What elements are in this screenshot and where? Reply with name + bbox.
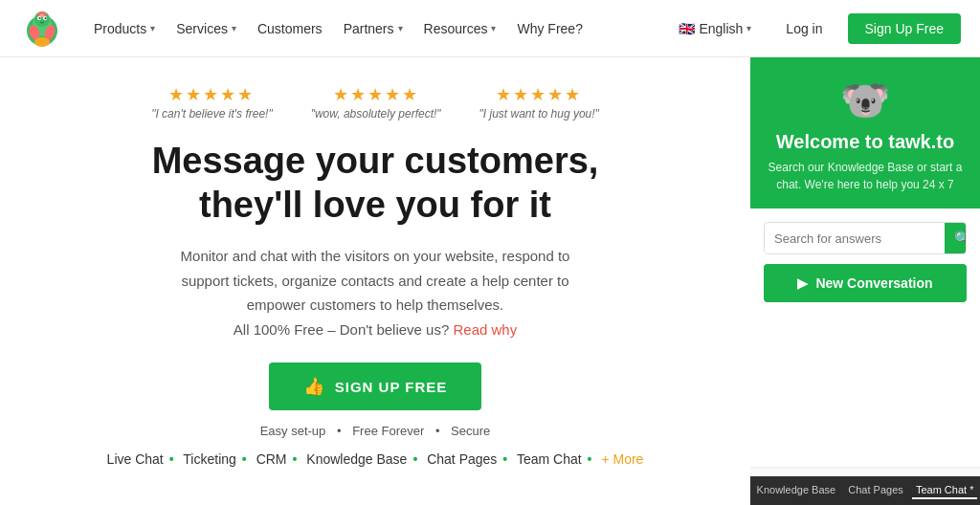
cta-button[interactable]: 👍 SIGN UP FREE xyxy=(269,362,482,410)
widget-subtitle: Search our Knowledge Base or start a cha… xyxy=(766,159,965,193)
nav-item-customers[interactable]: Customers xyxy=(248,13,332,44)
left-section: ★★★★★ "I can't believe it's free!" ★★★★★… xyxy=(0,57,750,505)
nav-item-services[interactable]: Services ▾ xyxy=(167,13,246,44)
widget-body: 🔍 ▶ New Conversation xyxy=(750,209,980,467)
widget-tabs: Knowledge Base Chat Pages Team Chat * xyxy=(750,476,980,505)
login-button[interactable]: Log in xyxy=(772,14,835,43)
tab-team-chat[interactable]: Team Chat * xyxy=(912,482,978,499)
search-input[interactable] xyxy=(765,224,945,253)
stars-3: ★★★★★ xyxy=(496,84,582,105)
more-features-link[interactable]: + More xyxy=(601,451,643,467)
chevron-down-icon: ▾ xyxy=(150,23,155,33)
tab-knowledge-base[interactable]: Knowledge Base xyxy=(753,482,840,499)
svg-point-6 xyxy=(45,17,47,19)
chat-widget: 🐨 Welcome to tawk.to Search our Knowledg… xyxy=(750,57,980,505)
svg-point-9 xyxy=(34,37,50,47)
nav-item-resources[interactable]: Resources ▾ xyxy=(414,13,506,44)
search-box: 🔍 xyxy=(764,222,967,254)
star-group-1: ★★★★★ "I can't believe it's free!" xyxy=(151,84,273,121)
read-why-link[interactable]: Read why xyxy=(453,321,517,338)
star-quote-1: "I can't believe it's free!" xyxy=(151,107,273,121)
svg-point-5 xyxy=(39,17,41,19)
star-quote-2: "wow, absolutely perfect!" xyxy=(311,107,441,121)
star-group-3: ★★★★★ "I just want to hug you!" xyxy=(479,84,599,121)
chevron-down-icon: ▾ xyxy=(746,23,751,33)
nav-links: Products ▾ Services ▾ Customers Partners… xyxy=(84,13,669,44)
thumbsup-icon: 👍 xyxy=(303,376,325,397)
widget-header: 🐨 Welcome to tawk.to Search our Knowledg… xyxy=(750,57,980,209)
feature-list: Live Chat• Ticketing• CRM• Knowledge Bas… xyxy=(107,451,644,467)
navbar: Products ▾ Services ▾ Customers Partners… xyxy=(0,0,980,57)
nav-item-partners[interactable]: Partners ▾ xyxy=(334,13,412,44)
new-conversation-button[interactable]: ▶ New Conversation xyxy=(764,264,967,302)
nav-item-whyfree[interactable]: Why Free? xyxy=(507,13,591,44)
nav-right: 🇬🇧 English ▾ Log in Sign Up Free xyxy=(669,13,961,44)
chevron-down-icon: ▾ xyxy=(491,23,496,33)
tab-chat-pages[interactable]: Chat Pages xyxy=(844,482,906,499)
nav-item-products[interactable]: Products ▾ xyxy=(84,13,165,44)
stars-2: ★★★★★ xyxy=(333,84,419,105)
chevron-down-icon: ▾ xyxy=(232,23,236,33)
star-group-2: ★★★★★ "wow, absolutely perfect!" xyxy=(311,84,441,121)
widget-mascot-icon: 🐨 xyxy=(766,77,965,123)
language-selector[interactable]: 🇬🇧 English ▾ xyxy=(669,13,761,44)
star-quote-3: "I just want to hug you!" xyxy=(479,107,599,121)
arrow-right-icon: ▶ xyxy=(797,275,808,291)
stars-1: ★★★★★ xyxy=(168,84,255,105)
stars-row: ★★★★★ "I can't believe it's free!" ★★★★★… xyxy=(151,84,599,121)
hero-title: Message your customers, they'll love you… xyxy=(152,140,599,227)
signup-button[interactable]: Sign Up Free xyxy=(848,13,961,44)
hero-subtitle: Monitor and chat with the visitors on yo… xyxy=(174,244,576,341)
chevron-down-icon: ▾ xyxy=(398,23,403,33)
logo[interactable] xyxy=(19,6,65,52)
widget-title: Welcome to tawk.to xyxy=(766,131,965,153)
flag-icon: 🇬🇧 xyxy=(679,21,695,36)
search-button[interactable]: 🔍 xyxy=(945,223,967,253)
main-content: ★★★★★ "I can't believe it's free!" ★★★★★… xyxy=(0,57,980,505)
easy-setup-text: Easy set-up • Free Forever • Secure xyxy=(256,424,495,438)
